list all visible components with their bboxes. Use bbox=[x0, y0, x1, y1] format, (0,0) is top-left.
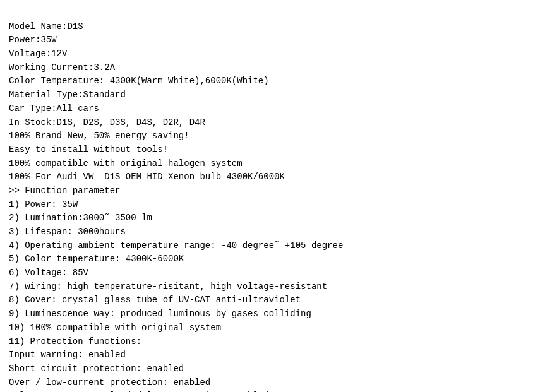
text-line: 10) 100% compatible with original system bbox=[9, 321, 543, 335]
text-line: Voltage:12V bbox=[9, 47, 543, 61]
text-line: 6) Voltage: 85V bbox=[9, 266, 543, 280]
text-line: >> Function parameter bbox=[9, 184, 543, 198]
text-line: 3) Lifespan: 3000hours bbox=[9, 225, 543, 239]
text-line: Working Current:3.2A bbox=[9, 61, 543, 75]
text-line: Color Temperature: 4300K(Warm White),600… bbox=[9, 74, 543, 88]
text-line: Short circuit protection: enabled bbox=[9, 362, 543, 376]
text-line: In Stock:D1S, D2S, D3S, D4S, D2R, D4R bbox=[9, 116, 543, 130]
text-line: Over / low-current protection: enabled bbox=[9, 376, 543, 390]
text-line: Voltage output overload / low protection… bbox=[9, 389, 543, 392]
text-line: 9) Luminescence way: produced luminous b… bbox=[9, 307, 543, 321]
text-line: 11) Protection functions: bbox=[9, 335, 543, 349]
text-line: Car Type:All cars bbox=[9, 102, 543, 116]
text-line: Power:35W bbox=[9, 33, 543, 47]
text-line: Material Type:Standard bbox=[9, 88, 543, 102]
text-line: 4) Operating ambient temperature range: … bbox=[9, 239, 543, 253]
text-line: 100% For Audi VW D1S OEM HID Xenon bulb … bbox=[9, 170, 543, 184]
text-line: 1) Power: 35W bbox=[9, 198, 543, 212]
text-line: Input warning: enabled bbox=[9, 348, 543, 362]
text-line: 7) wiring: high temperature-risitant, hi… bbox=[9, 280, 543, 294]
text-line: Model Name:D1S bbox=[9, 20, 543, 34]
text-line: 8) Cover: crystal glass tube of UV-CAT a… bbox=[9, 294, 543, 307]
text-line: 100% compatible with original halogen sy… bbox=[9, 157, 543, 171]
product-description: Model Name:D1SPower:35WVoltage:12VWorkin… bbox=[9, 6, 543, 392]
text-line: 100% Brand New, 50% energy saving! bbox=[9, 129, 543, 143]
text-line: 5) Color temperature: 4300K-6000K bbox=[9, 252, 543, 266]
text-line: Easy to install without tools! bbox=[9, 143, 543, 157]
text-line: 2) Lumination:3000˜ 3500 lm bbox=[9, 211, 543, 225]
